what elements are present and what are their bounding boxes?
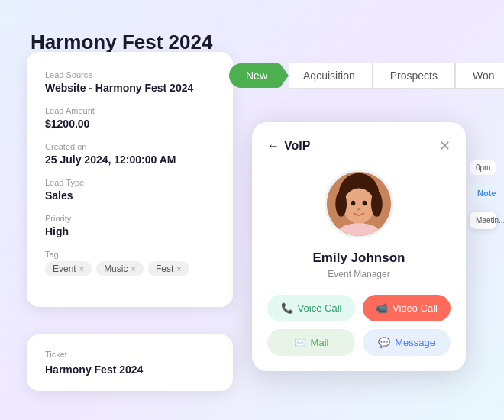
video-call-button[interactable]: 📹 Video Call (363, 295, 451, 321)
pipeline-tabs: New Aqcuisition Prospects Won Los... (229, 63, 504, 89)
contact-name: Emily Johnson (267, 250, 451, 266)
voip-close-button[interactable]: ✕ (439, 137, 451, 154)
tab-won[interactable]: Won (455, 63, 504, 89)
lead-type-value: Sales (45, 189, 215, 202)
message-label: Message (395, 337, 435, 348)
priority-label: Priority (45, 214, 215, 223)
tab-acquisition[interactable]: Aqcuisition (289, 63, 373, 89)
voip-header: ← VoIP ✕ (267, 137, 451, 154)
tab-new[interactable]: New (229, 63, 289, 88)
ticket-value: Harmony Fest 2024 (45, 363, 215, 376)
lead-amount-value: $1200.00 (45, 118, 215, 130)
meeting-badge: Meetin... (470, 212, 496, 229)
priority-value: High (45, 225, 215, 237)
voip-popup: ← VoIP ✕ (252, 122, 466, 371)
tag-fest[interactable]: Fest × (148, 261, 189, 276)
time-badge: 0pm (470, 160, 496, 175)
tag-field: Tag Event × Music × Fest × (45, 250, 215, 276)
lead-amount-label: Lead Amount (45, 106, 215, 115)
message-icon: 💬 (378, 337, 390, 348)
svg-point-5 (357, 208, 361, 211)
tag-music-remove[interactable]: × (131, 264, 135, 273)
avatar-container (267, 170, 451, 238)
contact-title: Event Manager (267, 269, 451, 279)
lead-type-field: Lead Type Sales (45, 178, 215, 202)
tag-label: Tag (45, 250, 215, 259)
tag-event[interactable]: Event × (45, 261, 92, 276)
tags-container: Event × Music × Fest × (45, 261, 215, 276)
voip-title: VoIP (284, 139, 310, 153)
page-title: Harmony Fest 2024 (31, 31, 212, 54)
voip-back-button[interactable]: ← VoIP (267, 139, 310, 153)
svg-point-8 (335, 191, 347, 217)
right-panel: 0pm Note Meetin... (462, 153, 504, 237)
created-on-label: Created on (45, 142, 215, 151)
lead-source-label: Lead Source (45, 70, 215, 79)
lead-amount-field: Lead Amount $1200.00 (45, 106, 215, 130)
action-buttons: 📞 Voice Call 📹 Video Call ✉️ Mail 💬 Mess… (267, 295, 451, 356)
voice-call-button[interactable]: 📞 Voice Call (267, 295, 355, 321)
tag-music[interactable]: Music × (96, 261, 144, 276)
video-icon: 📹 (376, 302, 388, 314)
created-on-field: Created on 25 July 2024, 12:00:00 AM (45, 142, 215, 166)
tag-event-remove[interactable]: × (79, 264, 84, 273)
lead-source-value: Website - Harmony Fest 2024 (45, 82, 215, 94)
tag-fest-remove[interactable]: × (176, 264, 181, 273)
priority-field: Priority High (45, 214, 215, 237)
lead-info-card: Lead Source Website - Harmony Fest 2024 … (27, 52, 233, 307)
lead-source-field: Lead Source Website - Harmony Fest 2024 (45, 70, 215, 94)
svg-point-4 (363, 201, 367, 206)
svg-point-2 (343, 188, 374, 224)
tab-prospects[interactable]: Prospects (373, 63, 455, 89)
note-badge[interactable]: Note (470, 184, 496, 202)
svg-point-9 (371, 191, 383, 217)
back-arrow-icon: ← (267, 139, 279, 153)
video-call-label: Video Call (393, 302, 438, 314)
mail-icon: ✉️ (294, 337, 306, 348)
svg-point-3 (351, 201, 356, 206)
voice-call-label: Voice Call (298, 302, 342, 314)
mail-label: Mail (311, 337, 329, 348)
message-button[interactable]: 💬 Message (363, 329, 451, 356)
created-on-value: 25 July 2024, 12:00:00 AM (45, 153, 215, 166)
ticket-label: Ticket (45, 350, 215, 359)
ticket-card: Ticket Harmony Fest 2024 (27, 334, 233, 391)
phone-icon: 📞 (281, 302, 293, 314)
mail-button[interactable]: ✉️ Mail (267, 329, 355, 356)
lead-type-label: Lead Type (45, 178, 215, 187)
contact-avatar (325, 170, 393, 238)
